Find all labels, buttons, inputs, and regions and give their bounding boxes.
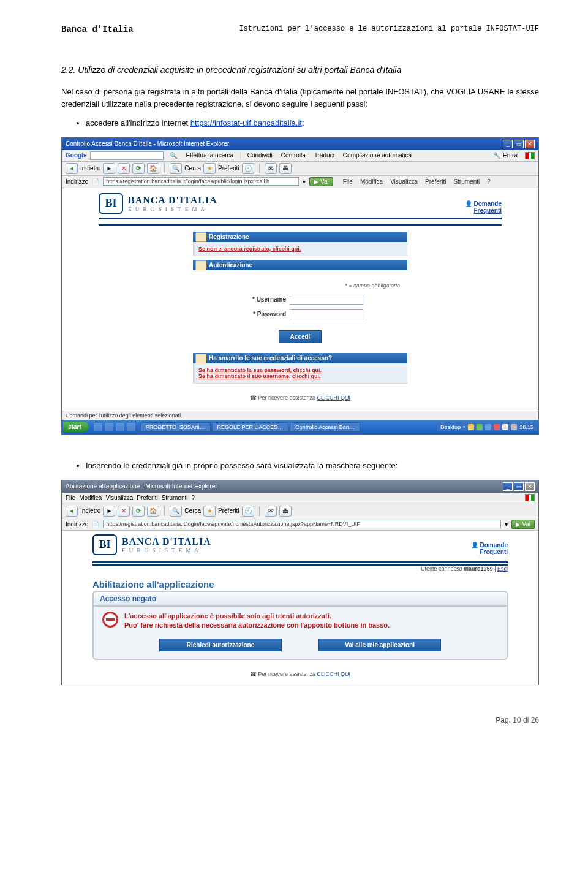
home-button[interactable]: 🏠	[147, 163, 159, 174]
back-button[interactable]: ◄	[66, 163, 78, 174]
forgot-password-link[interactable]: Se ha dimenticato la sua password, clicc…	[198, 367, 322, 373]
taskbar-item[interactable]: PROGETTO_SOSArti…	[140, 422, 211, 432]
login-button[interactable]: Accedi	[279, 330, 322, 343]
maximize-button[interactable]: ▭	[514, 482, 524, 491]
taskbar-item[interactable]: Controllo Accessi Ban…	[290, 422, 360, 432]
request-auth-button[interactable]: Richiedi autorizzazione	[159, 639, 282, 651]
quick-launch	[90, 423, 139, 431]
ql-icon[interactable]	[94, 423, 102, 431]
password-input[interactable]	[290, 309, 363, 319]
google-item[interactable]: Compilazione automatica	[341, 151, 414, 159]
my-apps-button[interactable]: Vai alle mie applicazioni	[318, 639, 441, 651]
menu-edit[interactable]: Modifica	[79, 495, 102, 501]
menu-help[interactable]: ?	[487, 178, 491, 185]
refresh-button[interactable]: ⟳	[132, 163, 145, 174]
ql-icon[interactable]	[127, 423, 135, 431]
menu-tools[interactable]: Strumenti	[453, 178, 480, 185]
taskbar-item[interactable]: REGOLE PER L'ACCES…	[212, 422, 289, 432]
maximize-button[interactable]: ▭	[514, 140, 524, 148]
ie-titlebar-2: Abilitazione all'applicazione - Microsof…	[62, 480, 538, 493]
window-title: Controllo Accessi Banca D'Italia - Micro…	[66, 140, 229, 147]
search-label[interactable]: Cerca	[184, 507, 201, 514]
close-button[interactable]: ✕	[525, 482, 535, 491]
menu-edit[interactable]: Modifica	[360, 178, 383, 185]
close-button[interactable]: ✕	[525, 140, 535, 148]
mail-button[interactable]: ✉	[265, 506, 277, 517]
tray-icon[interactable]	[468, 424, 474, 430]
print-button[interactable]: 🖶	[279, 506, 292, 517]
menu-favorites[interactable]: Preferiti	[137, 495, 157, 501]
google-item[interactable]: Condividi	[245, 151, 275, 159]
stop-button[interactable]: ✕	[118, 163, 130, 174]
address-input-2[interactable]: https://registration.bancaditalia.it/log…	[103, 520, 500, 528]
tray-icon[interactable]	[477, 424, 483, 430]
google-item[interactable]: Effettua la ricerca	[183, 151, 236, 159]
steps-list-2: Inserendo le credenziali già in proprio …	[61, 460, 539, 472]
faq-link[interactable]: 👤 Domande Frequenti	[465, 200, 502, 214]
refresh-button[interactable]: ⟳	[132, 506, 145, 517]
window-controls-2: _ ▭ ✕	[503, 482, 535, 491]
go-button[interactable]: ▶ Vai	[511, 520, 535, 529]
menu-tools[interactable]: Strumenti	[162, 495, 188, 501]
favorites-icon[interactable]: ★	[203, 506, 216, 517]
username-input[interactable]	[290, 295, 363, 305]
tray-icon[interactable]	[502, 424, 508, 430]
assist-link[interactable]: CLICCHI QUI	[317, 395, 351, 401]
google-search-input[interactable]	[90, 151, 164, 160]
home-button[interactable]: 🏠	[147, 506, 159, 517]
dropdown-icon[interactable]: ▾	[303, 178, 306, 185]
back-button[interactable]: ◄	[66, 506, 78, 517]
search-icon[interactable]: 🔍	[170, 506, 182, 517]
favorites-icon[interactable]: ★	[203, 163, 216, 174]
page-icon: 📄	[92, 178, 99, 185]
address-input[interactable]: https://registration.bancaditalia.it/log…	[103, 177, 299, 186]
ql-icon[interactable]	[116, 423, 124, 431]
menu-view[interactable]: Visualizza	[105, 495, 133, 501]
menu-view[interactable]: Visualizza	[390, 178, 418, 185]
faq-link-2[interactable]: 👤 Domande Frequenti	[471, 542, 508, 555]
google-search-btn[interactable]: 🔍	[167, 151, 179, 159]
history-button[interactable]: 🕘	[242, 506, 254, 517]
start-button[interactable]: start	[63, 422, 89, 432]
back-label[interactable]: Indietro	[80, 165, 100, 172]
menu-favorites[interactable]: Preferiti	[425, 178, 446, 185]
minimize-button[interactable]: _	[503, 482, 513, 491]
dropdown-icon[interactable]: ▾	[505, 521, 508, 528]
search-label[interactable]: Cerca	[184, 165, 201, 172]
assist-link-2[interactable]: CLICCHI QUI	[317, 671, 351, 677]
mandatory-note: * = campo obbligatorio	[200, 283, 400, 289]
denied-line2: Puo' fare richiesta della necessaria aut…	[124, 621, 390, 630]
menu-file[interactable]: File	[66, 495, 75, 501]
print-button[interactable]: 🖶	[279, 163, 292, 174]
search-icon[interactable]: 🔍	[170, 163, 182, 174]
stop-button[interactable]: ✕	[118, 506, 130, 517]
forgot-username-link[interactable]: Se ha dimenticato il suo username, clicc…	[198, 373, 321, 379]
ie-navbar-2: ◄ Indietro ► ✕ ⟳ 🏠 🔍 Cerca ★ Preferiti 🕘…	[62, 504, 538, 518]
auth-icon	[195, 260, 206, 270]
menu-help[interactable]: ?	[191, 495, 195, 501]
infostat-link[interactable]: https://infostat-uif.bancaditalia.it	[190, 118, 302, 127]
logout-link[interactable]: Esci	[497, 566, 508, 572]
tray-icon[interactable]	[511, 424, 517, 430]
favorites-label[interactable]: Preferiti	[218, 165, 239, 172]
back-label[interactable]: Indietro	[80, 507, 100, 514]
ql-icon[interactable]	[105, 423, 113, 431]
tray-icon[interactable]	[494, 424, 500, 430]
google-entra[interactable]: Entra	[503, 152, 518, 159]
minimize-button[interactable]: _	[503, 140, 513, 148]
forward-button[interactable]: ►	[103, 163, 115, 174]
history-button[interactable]: 🕘	[242, 163, 254, 174]
stop-icon	[102, 612, 118, 628]
register-link[interactable]: Se non e' ancora registrato, clicchi qui…	[198, 246, 301, 252]
favorites-label[interactable]: Preferiti	[218, 507, 239, 514]
registration-header[interactable]: Registrazione	[193, 232, 407, 242]
go-button[interactable]: ▶ Vai	[309, 177, 333, 186]
denied-line1: L'accesso all'applicazione è possibile s…	[124, 612, 390, 621]
google-item[interactable]: Traduci	[312, 151, 337, 159]
tray-icon[interactable]	[485, 424, 491, 430]
registration-body: Se non e' ancora registrato, clicchi qui…	[193, 242, 407, 256]
forward-button[interactable]: ►	[103, 506, 115, 517]
mail-button[interactable]: ✉	[265, 163, 277, 174]
menu-file[interactable]: File	[343, 178, 353, 185]
google-item[interactable]: Controlla	[279, 151, 308, 159]
